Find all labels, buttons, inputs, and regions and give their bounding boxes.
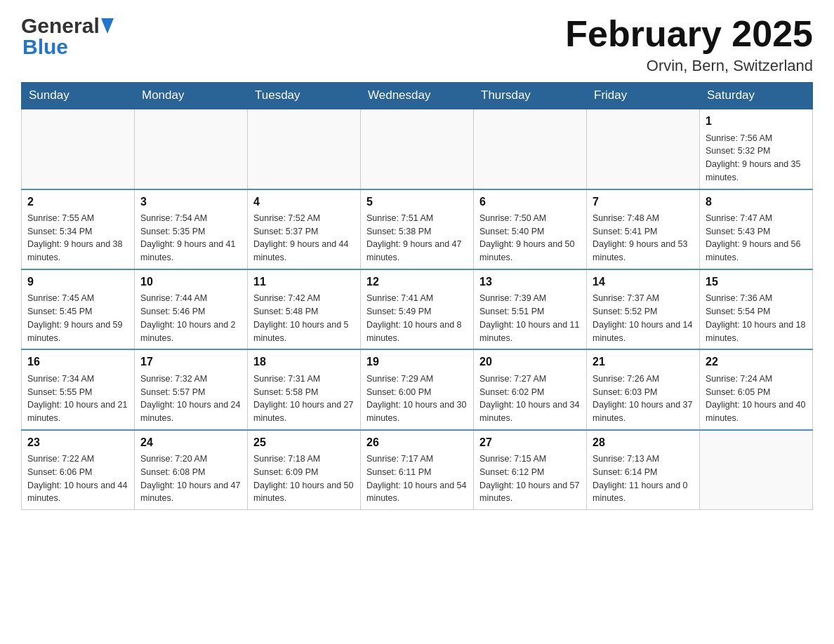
day-info: Sunrise: 7:39 AM Sunset: 5:51 PM Dayligh…	[479, 292, 581, 344]
table-row: 4Sunrise: 7:52 AM Sunset: 5:37 PM Daylig…	[248, 189, 361, 269]
day-info: Sunrise: 7:48 AM Sunset: 5:41 PM Dayligh…	[593, 212, 694, 264]
day-number: 20	[479, 354, 581, 370]
table-row: 12Sunrise: 7:41 AM Sunset: 5:49 PM Dayli…	[361, 269, 474, 349]
day-number: 23	[27, 435, 128, 450]
calendar-week-row: 16Sunrise: 7:34 AM Sunset: 5:55 PM Dayli…	[22, 349, 813, 429]
day-number: 15	[706, 274, 807, 290]
day-number: 17	[140, 354, 241, 370]
day-number: 24	[140, 435, 241, 450]
table-row: 6Sunrise: 7:50 AM Sunset: 5:40 PM Daylig…	[474, 189, 587, 269]
day-info: Sunrise: 7:18 AM Sunset: 6:09 PM Dayligh…	[253, 452, 355, 505]
day-number: 2	[27, 194, 128, 210]
day-number: 22	[706, 354, 807, 370]
day-number: 6	[479, 194, 581, 210]
day-info: Sunrise: 7:34 AM Sunset: 5:55 PM Dayligh…	[27, 373, 128, 425]
day-info: Sunrise: 7:45 AM Sunset: 5:45 PM Dayligh…	[27, 292, 128, 344]
table-row: 11Sunrise: 7:42 AM Sunset: 5:48 PM Dayli…	[248, 269, 361, 349]
day-info: Sunrise: 7:54 AM Sunset: 5:35 PM Dayligh…	[140, 212, 241, 264]
table-row: 13Sunrise: 7:39 AM Sunset: 5:51 PM Dayli…	[474, 269, 587, 349]
calendar-header-row: Sunday Monday Tuesday Wednesday Thursday…	[22, 83, 813, 109]
table-row: 18Sunrise: 7:31 AM Sunset: 5:58 PM Dayli…	[248, 349, 361, 429]
day-number: 28	[593, 435, 694, 450]
table-row: 24Sunrise: 7:20 AM Sunset: 6:08 PM Dayli…	[135, 430, 248, 510]
day-number: 26	[366, 435, 468, 450]
day-number: 11	[253, 274, 355, 290]
table-row: 17Sunrise: 7:32 AM Sunset: 5:57 PM Dayli…	[135, 349, 248, 429]
day-info: Sunrise: 7:42 AM Sunset: 5:48 PM Dayligh…	[253, 292, 355, 344]
day-number: 14	[593, 274, 694, 290]
table-row: 16Sunrise: 7:34 AM Sunset: 5:55 PM Dayli…	[22, 349, 135, 429]
day-info: Sunrise: 7:52 AM Sunset: 5:37 PM Dayligh…	[253, 212, 355, 264]
table-row: 21Sunrise: 7:26 AM Sunset: 6:03 PM Dayli…	[587, 349, 700, 429]
calendar-title: February 2025	[565, 14, 813, 54]
calendar-week-row: 1Sunrise: 7:56 AM Sunset: 5:32 PM Daylig…	[22, 109, 813, 189]
col-monday: Monday	[135, 83, 248, 109]
day-info: Sunrise: 7:20 AM Sunset: 6:08 PM Dayligh…	[140, 452, 241, 505]
day-number: 27	[479, 435, 581, 450]
day-number: 19	[366, 354, 468, 370]
day-info: Sunrise: 7:13 AM Sunset: 6:14 PM Dayligh…	[593, 452, 694, 505]
table-row: 2Sunrise: 7:55 AM Sunset: 5:34 PM Daylig…	[22, 189, 135, 269]
day-info: Sunrise: 7:47 AM Sunset: 5:43 PM Dayligh…	[706, 212, 807, 264]
table-row: 26Sunrise: 7:17 AM Sunset: 6:11 PM Dayli…	[361, 430, 474, 510]
day-info: Sunrise: 7:51 AM Sunset: 5:38 PM Dayligh…	[366, 212, 468, 264]
day-number: 3	[140, 194, 241, 210]
logo-general-text: General	[21, 14, 100, 38]
day-number: 1	[706, 114, 807, 129]
day-info: Sunrise: 7:29 AM Sunset: 6:00 PM Dayligh…	[366, 373, 468, 425]
day-number: 13	[479, 274, 581, 290]
day-number: 12	[366, 274, 468, 290]
table-row	[361, 109, 474, 189]
table-row: 27Sunrise: 7:15 AM Sunset: 6:12 PM Dayli…	[474, 430, 587, 510]
table-row	[474, 109, 587, 189]
table-row: 9Sunrise: 7:45 AM Sunset: 5:45 PM Daylig…	[22, 269, 135, 349]
day-number: 21	[593, 354, 694, 370]
table-row: 10Sunrise: 7:44 AM Sunset: 5:46 PM Dayli…	[135, 269, 248, 349]
day-info: Sunrise: 7:56 AM Sunset: 5:32 PM Dayligh…	[706, 132, 807, 185]
table-row: 20Sunrise: 7:27 AM Sunset: 6:02 PM Dayli…	[474, 349, 587, 429]
table-row: 14Sunrise: 7:37 AM Sunset: 5:52 PM Dayli…	[587, 269, 700, 349]
table-row: 7Sunrise: 7:48 AM Sunset: 5:41 PM Daylig…	[587, 189, 700, 269]
table-row	[22, 109, 135, 189]
day-info: Sunrise: 7:44 AM Sunset: 5:46 PM Dayligh…	[140, 292, 241, 344]
calendar-table: Sunday Monday Tuesday Wednesday Thursday…	[21, 82, 813, 510]
day-info: Sunrise: 7:31 AM Sunset: 5:58 PM Dayligh…	[253, 373, 355, 425]
day-number: 9	[27, 274, 128, 290]
logo-triangle-icon	[101, 18, 114, 34]
logo: General Blue	[21, 14, 114, 59]
day-number: 4	[253, 194, 355, 210]
svg-marker-0	[101, 18, 114, 34]
day-info: Sunrise: 7:50 AM Sunset: 5:40 PM Dayligh…	[479, 212, 581, 264]
table-row: 23Sunrise: 7:22 AM Sunset: 6:06 PM Dayli…	[22, 430, 135, 510]
calendar-subtitle: Orvin, Bern, Switzerland	[565, 57, 813, 75]
day-number: 25	[253, 435, 355, 450]
table-row: 8Sunrise: 7:47 AM Sunset: 5:43 PM Daylig…	[700, 189, 813, 269]
day-info: Sunrise: 7:36 AM Sunset: 5:54 PM Dayligh…	[706, 292, 807, 344]
logo-blue-text: Blue	[22, 35, 68, 59]
day-number: 18	[253, 354, 355, 370]
calendar-week-row: 23Sunrise: 7:22 AM Sunset: 6:06 PM Dayli…	[22, 430, 813, 510]
table-row: 5Sunrise: 7:51 AM Sunset: 5:38 PM Daylig…	[361, 189, 474, 269]
day-info: Sunrise: 7:24 AM Sunset: 6:05 PM Dayligh…	[706, 373, 807, 425]
col-tuesday: Tuesday	[248, 83, 361, 109]
col-saturday: Saturday	[700, 83, 813, 109]
day-number: 5	[366, 194, 468, 210]
day-info: Sunrise: 7:55 AM Sunset: 5:34 PM Dayligh…	[27, 212, 128, 264]
table-row: 15Sunrise: 7:36 AM Sunset: 5:54 PM Dayli…	[700, 269, 813, 349]
col-sunday: Sunday	[22, 83, 135, 109]
table-row: 3Sunrise: 7:54 AM Sunset: 5:35 PM Daylig…	[135, 189, 248, 269]
day-info: Sunrise: 7:32 AM Sunset: 5:57 PM Dayligh…	[140, 373, 241, 425]
calendar-week-row: 9Sunrise: 7:45 AM Sunset: 5:45 PM Daylig…	[22, 269, 813, 349]
day-info: Sunrise: 7:41 AM Sunset: 5:49 PM Dayligh…	[366, 292, 468, 344]
table-row	[587, 109, 700, 189]
calendar-week-row: 2Sunrise: 7:55 AM Sunset: 5:34 PM Daylig…	[22, 189, 813, 269]
day-info: Sunrise: 7:26 AM Sunset: 6:03 PM Dayligh…	[593, 373, 694, 425]
day-info: Sunrise: 7:17 AM Sunset: 6:11 PM Dayligh…	[366, 452, 468, 505]
table-row	[700, 430, 813, 510]
day-info: Sunrise: 7:27 AM Sunset: 6:02 PM Dayligh…	[479, 373, 581, 425]
page-header: General Blue February 2025 Orvin, Bern, …	[21, 14, 813, 75]
day-number: 10	[140, 274, 241, 290]
day-info: Sunrise: 7:15 AM Sunset: 6:12 PM Dayligh…	[479, 452, 581, 505]
table-row	[135, 109, 248, 189]
table-row: 1Sunrise: 7:56 AM Sunset: 5:32 PM Daylig…	[700, 109, 813, 189]
